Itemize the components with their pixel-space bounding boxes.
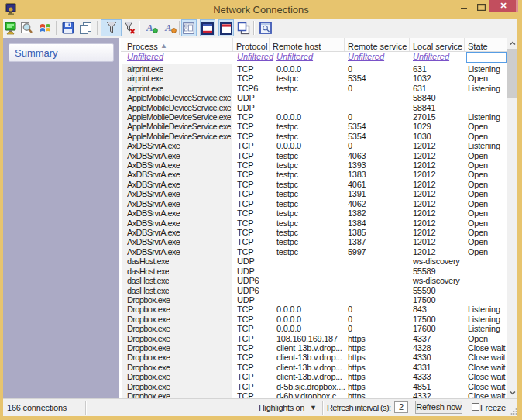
svg-text:A: A xyxy=(146,22,153,33)
svg-text:A: A xyxy=(164,22,172,33)
